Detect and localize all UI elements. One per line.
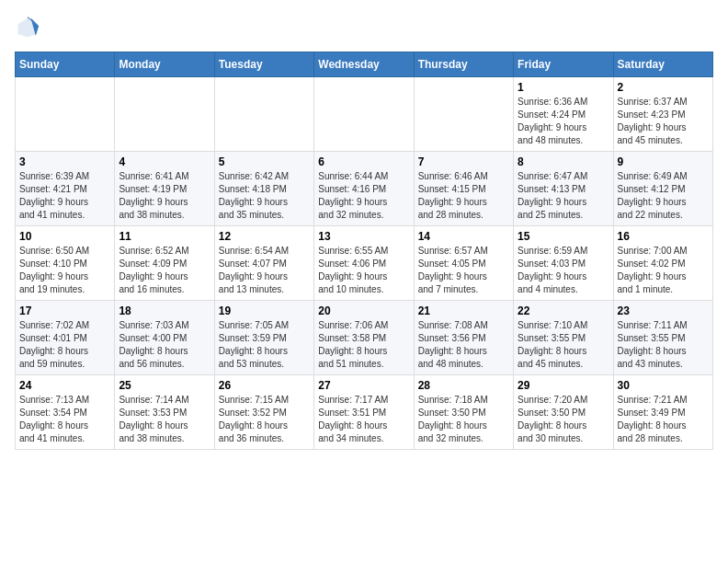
day-info: Sunrise: 7:21 AM Sunset: 3:49 PM Dayligh… — [618, 394, 709, 445]
calendar-week-row: 17Sunrise: 7:02 AM Sunset: 4:01 PM Dayli… — [16, 301, 713, 375]
calendar-cell: 6Sunrise: 6:44 AM Sunset: 4:16 PM Daylig… — [314, 152, 414, 226]
day-number: 13 — [318, 230, 409, 243]
calendar-cell — [314, 77, 414, 152]
weekday-header: Tuesday — [214, 52, 313, 77]
day-info: Sunrise: 6:59 AM Sunset: 4:03 PM Dayligh… — [518, 245, 609, 296]
day-number: 29 — [518, 379, 609, 392]
day-number: 8 — [518, 155, 609, 168]
weekday-header: Sunday — [16, 52, 115, 77]
weekday-header: Saturday — [613, 52, 712, 77]
day-number: 1 — [518, 81, 609, 94]
day-number: 3 — [19, 155, 110, 168]
weekday-header: Monday — [115, 52, 214, 77]
day-info: Sunrise: 7:08 AM Sunset: 3:56 PM Dayligh… — [418, 319, 509, 371]
calendar-week-row: 10Sunrise: 6:50 AM Sunset: 4:10 PM Dayli… — [16, 226, 713, 301]
calendar-cell: 22Sunrise: 7:10 AM Sunset: 3:55 PM Dayli… — [514, 301, 613, 375]
calendar-week-row: 24Sunrise: 7:13 AM Sunset: 3:54 PM Dayli… — [16, 375, 713, 450]
day-number: 10 — [19, 230, 110, 243]
day-number: 2 — [618, 81, 709, 94]
day-number: 28 — [418, 379, 509, 392]
calendar-cell: 24Sunrise: 7:13 AM Sunset: 3:54 PM Dayli… — [16, 375, 115, 450]
calendar-cell: 7Sunrise: 6:46 AM Sunset: 4:15 PM Daylig… — [414, 152, 513, 226]
day-info: Sunrise: 6:57 AM Sunset: 4:05 PM Dayligh… — [418, 245, 509, 296]
day-number: 19 — [219, 304, 310, 317]
day-number: 6 — [318, 155, 409, 168]
calendar-cell: 19Sunrise: 7:05 AM Sunset: 3:59 PM Dayli… — [214, 301, 313, 375]
calendar-cell: 29Sunrise: 7:20 AM Sunset: 3:50 PM Dayli… — [514, 375, 613, 450]
calendar-cell: 1Sunrise: 6:36 AM Sunset: 4:24 PM Daylig… — [514, 77, 613, 152]
calendar-cell: 15Sunrise: 6:59 AM Sunset: 4:03 PM Dayli… — [514, 226, 613, 301]
day-info: Sunrise: 6:50 AM Sunset: 4:10 PM Dayligh… — [19, 245, 110, 296]
weekday-header: Wednesday — [314, 52, 414, 77]
calendar-cell: 16Sunrise: 7:00 AM Sunset: 4:02 PM Dayli… — [613, 226, 712, 301]
day-info: Sunrise: 6:44 AM Sunset: 4:16 PM Dayligh… — [318, 170, 409, 222]
day-number: 25 — [119, 379, 210, 392]
calendar-cell: 21Sunrise: 7:08 AM Sunset: 3:56 PM Dayli… — [414, 301, 513, 375]
day-info: Sunrise: 7:20 AM Sunset: 3:50 PM Dayligh… — [518, 394, 609, 445]
day-info: Sunrise: 7:06 AM Sunset: 3:58 PM Dayligh… — [318, 319, 409, 371]
calendar-cell: 26Sunrise: 7:15 AM Sunset: 3:52 PM Dayli… — [214, 375, 313, 450]
logo-icon — [15, 15, 40, 40]
day-number: 30 — [618, 379, 709, 392]
day-number: 24 — [19, 379, 110, 392]
day-number: 14 — [418, 230, 509, 243]
day-info: Sunrise: 6:47 AM Sunset: 4:13 PM Dayligh… — [518, 170, 609, 222]
day-info: Sunrise: 7:17 AM Sunset: 3:51 PM Dayligh… — [318, 394, 409, 445]
calendar-cell: 17Sunrise: 7:02 AM Sunset: 4:01 PM Dayli… — [16, 301, 115, 375]
calendar-cell: 23Sunrise: 7:11 AM Sunset: 3:55 PM Dayli… — [613, 301, 712, 375]
calendar-cell: 20Sunrise: 7:06 AM Sunset: 3:58 PM Dayli… — [314, 301, 414, 375]
calendar-cell: 27Sunrise: 7:17 AM Sunset: 3:51 PM Dayli… — [314, 375, 414, 450]
logo — [15, 15, 44, 40]
day-number: 9 — [618, 155, 709, 168]
page-header — [15, 15, 713, 40]
calendar-cell: 28Sunrise: 7:18 AM Sunset: 3:50 PM Dayli… — [414, 375, 513, 450]
day-info: Sunrise: 7:02 AM Sunset: 4:01 PM Dayligh… — [19, 319, 110, 371]
day-number: 26 — [219, 379, 310, 392]
calendar-cell: 3Sunrise: 6:39 AM Sunset: 4:21 PM Daylig… — [16, 152, 115, 226]
day-info: Sunrise: 6:49 AM Sunset: 4:12 PM Dayligh… — [618, 170, 709, 222]
day-number: 15 — [518, 230, 609, 243]
day-number: 16 — [618, 230, 709, 243]
day-number: 21 — [418, 304, 509, 317]
calendar-cell: 14Sunrise: 6:57 AM Sunset: 4:05 PM Dayli… — [414, 226, 513, 301]
calendar-cell: 8Sunrise: 6:47 AM Sunset: 4:13 PM Daylig… — [514, 152, 613, 226]
day-number: 20 — [318, 304, 409, 317]
calendar-cell: 11Sunrise: 6:52 AM Sunset: 4:09 PM Dayli… — [115, 226, 214, 301]
calendar-header-row: SundayMondayTuesdayWednesdayThursdayFrid… — [16, 52, 713, 77]
calendar-table: SundayMondayTuesdayWednesdayThursdayFrid… — [15, 52, 713, 450]
calendar-cell — [16, 77, 115, 152]
day-info: Sunrise: 6:37 AM Sunset: 4:23 PM Dayligh… — [618, 96, 709, 147]
calendar-week-row: 3Sunrise: 6:39 AM Sunset: 4:21 PM Daylig… — [16, 152, 713, 226]
weekday-header: Friday — [514, 52, 613, 77]
calendar-cell: 12Sunrise: 6:54 AM Sunset: 4:07 PM Dayli… — [214, 226, 313, 301]
day-number: 4 — [119, 155, 210, 168]
day-info: Sunrise: 7:15 AM Sunset: 3:52 PM Dayligh… — [219, 394, 310, 445]
day-info: Sunrise: 7:03 AM Sunset: 4:00 PM Dayligh… — [119, 319, 210, 371]
day-info: Sunrise: 7:00 AM Sunset: 4:02 PM Dayligh… — [618, 245, 709, 296]
day-number: 11 — [119, 230, 210, 243]
calendar-cell: 4Sunrise: 6:41 AM Sunset: 4:19 PM Daylig… — [115, 152, 214, 226]
day-number: 27 — [318, 379, 409, 392]
day-number: 18 — [119, 304, 210, 317]
calendar-cell: 18Sunrise: 7:03 AM Sunset: 4:00 PM Dayli… — [115, 301, 214, 375]
day-info: Sunrise: 6:46 AM Sunset: 4:15 PM Dayligh… — [418, 170, 509, 222]
calendar-cell — [115, 77, 214, 152]
calendar-cell: 5Sunrise: 6:42 AM Sunset: 4:18 PM Daylig… — [214, 152, 313, 226]
calendar-cell: 25Sunrise: 7:14 AM Sunset: 3:53 PM Dayli… — [115, 375, 214, 450]
day-info: Sunrise: 6:39 AM Sunset: 4:21 PM Dayligh… — [19, 170, 110, 222]
day-number: 12 — [219, 230, 310, 243]
calendar-cell: 2Sunrise: 6:37 AM Sunset: 4:23 PM Daylig… — [613, 77, 712, 152]
calendar-cell: 30Sunrise: 7:21 AM Sunset: 3:49 PM Dayli… — [613, 375, 712, 450]
day-info: Sunrise: 7:18 AM Sunset: 3:50 PM Dayligh… — [418, 394, 509, 445]
day-number: 22 — [518, 304, 609, 317]
calendar-cell: 10Sunrise: 6:50 AM Sunset: 4:10 PM Dayli… — [16, 226, 115, 301]
calendar-cell — [414, 77, 513, 152]
day-info: Sunrise: 6:42 AM Sunset: 4:18 PM Dayligh… — [219, 170, 310, 222]
day-info: Sunrise: 6:41 AM Sunset: 4:19 PM Dayligh… — [119, 170, 210, 222]
calendar-cell: 9Sunrise: 6:49 AM Sunset: 4:12 PM Daylig… — [613, 152, 712, 226]
day-info: Sunrise: 6:55 AM Sunset: 4:06 PM Dayligh… — [318, 245, 409, 296]
day-info: Sunrise: 7:14 AM Sunset: 3:53 PM Dayligh… — [119, 394, 210, 445]
calendar-cell — [214, 77, 313, 152]
day-number: 7 — [418, 155, 509, 168]
calendar-week-row: 1Sunrise: 6:36 AM Sunset: 4:24 PM Daylig… — [16, 77, 713, 152]
